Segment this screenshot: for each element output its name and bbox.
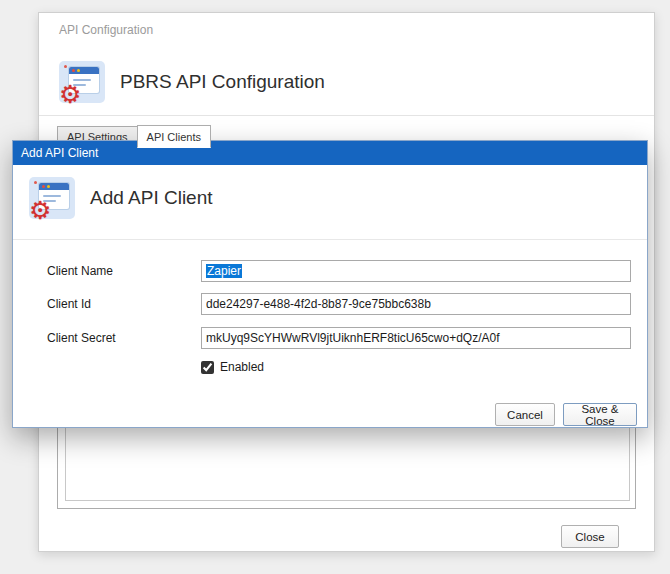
client-id-label: Client Id bbox=[47, 297, 201, 311]
decoration-dot bbox=[34, 181, 37, 184]
enabled-label: Enabled bbox=[220, 360, 264, 374]
gear-icon: ⚙ bbox=[59, 82, 81, 107]
client-name-input[interactable]: Zapier bbox=[201, 260, 631, 282]
client-secret-row: Client Secret bbox=[47, 327, 631, 349]
client-name-label: Client Name bbox=[47, 264, 201, 278]
client-id-input[interactable] bbox=[201, 293, 631, 315]
cancel-button[interactable]: Cancel bbox=[495, 403, 555, 426]
dialog-header: ⚙ Add API Client bbox=[29, 177, 213, 219]
decoration-dot bbox=[64, 65, 67, 68]
dialog-title-text: Add API Client bbox=[90, 187, 213, 209]
window-title: API Configuration bbox=[59, 23, 153, 37]
save-and-close-button[interactable]: Save & Close bbox=[563, 403, 637, 426]
tab-api-clients[interactable]: API Clients bbox=[137, 125, 211, 148]
window-header: ⚙ PBRS API Configuration bbox=[59, 61, 325, 103]
add-api-client-dialog: Add API Client ⚙ Add API Client Client N… bbox=[12, 140, 648, 428]
dialog-header-separator bbox=[13, 239, 647, 240]
pbrs-app-icon: ⚙ bbox=[59, 61, 105, 103]
client-id-row: Client Id bbox=[47, 293, 631, 315]
gear-icon: ⚙ bbox=[29, 198, 51, 223]
window-graphic-titlebar bbox=[69, 67, 99, 74]
client-secret-label: Client Secret bbox=[47, 331, 201, 345]
dialog-titlebar[interactable]: Add API Client bbox=[13, 141, 647, 165]
header-separator bbox=[39, 115, 654, 116]
close-button[interactable]: Close bbox=[561, 525, 619, 548]
page-title: PBRS API Configuration bbox=[120, 71, 325, 93]
client-name-row: Client Name Zapier bbox=[47, 260, 631, 282]
dialog-footer: Cancel Save & Close bbox=[495, 403, 637, 426]
enabled-checkbox[interactable] bbox=[201, 361, 214, 374]
enabled-checkbox-row: Enabled bbox=[201, 360, 264, 374]
window-graphic-titlebar bbox=[39, 183, 69, 190]
selected-text: Zapier bbox=[206, 264, 242, 278]
pbrs-app-icon: ⚙ bbox=[29, 177, 75, 219]
client-secret-input[interactable] bbox=[201, 327, 631, 349]
